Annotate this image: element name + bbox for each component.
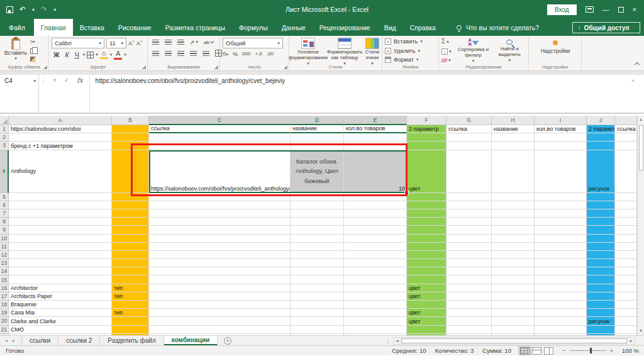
underline-button[interactable]: Ч (73, 50, 81, 60)
minimize-button[interactable]: — (602, 6, 609, 13)
cell-J5[interactable] (587, 193, 615, 201)
cell-A3[interactable]: бренд с +1 параметром (9, 142, 112, 150)
cell-C3[interactable] (149, 142, 291, 150)
cell-J2[interactable] (587, 133, 615, 142)
cell-H11[interactable] (492, 243, 535, 251)
cell-B1[interactable] (112, 125, 149, 133)
cell-I16[interactable] (535, 284, 587, 292)
column-header-C[interactable]: C (149, 116, 291, 125)
cell-K19[interactable] (615, 309, 637, 317)
cell-J19[interactable] (587, 309, 615, 317)
alignment-dialog-launcher-icon[interactable] (214, 65, 218, 69)
cell-K3[interactable] (615, 142, 637, 150)
cell-F20[interactable]: цвет (407, 317, 447, 325)
row-header-17[interactable]: 17 (0, 292, 9, 301)
cell-J14[interactable] (587, 267, 615, 275)
cell-D15[interactable] (291, 275, 344, 284)
cell-B15[interactable] (112, 275, 149, 284)
cell-E5[interactable] (344, 193, 407, 201)
cell-J9[interactable] (587, 226, 615, 234)
format-as-table-button[interactable]: Форматировать как таблицу ▾ (327, 38, 362, 66)
cell-I14[interactable] (535, 267, 587, 275)
cell-B20[interactable] (112, 317, 149, 325)
cell-A17[interactable]: Architects Paper (9, 292, 112, 301)
wrap-text-button[interactable]: ab↵ (202, 38, 217, 47)
cell-H1[interactable]: название (492, 125, 535, 133)
cell-J11[interactable] (587, 243, 615, 251)
cell-A4[interactable]: Anthology (9, 150, 112, 193)
cell-C5[interactable] (149, 193, 291, 201)
clear-button[interactable]: ▾ (441, 58, 452, 62)
column-header-K[interactable] (615, 116, 637, 125)
scroll-right-icon[interactable]: ► (628, 339, 635, 343)
row-header-19[interactable]: 19 (0, 309, 9, 317)
cell-H5[interactable] (492, 193, 535, 201)
cell-E2[interactable] (344, 133, 407, 142)
ribbon-tab-Рецензирование[interactable]: Рецензирование (313, 19, 377, 36)
cell-G4[interactable] (447, 150, 492, 193)
number-format-select[interactable]: Общий▾ (223, 38, 283, 48)
cell-B19[interactable]: тип (112, 309, 149, 317)
cell-K6[interactable] (615, 201, 637, 209)
cell-K15[interactable] (615, 275, 637, 284)
cell-F9[interactable] (407, 226, 447, 234)
cell-D19[interactable] (291, 309, 344, 317)
cell-H3[interactable] (492, 142, 535, 150)
cell-B12[interactable] (112, 251, 149, 259)
collapse-ribbon-icon[interactable] (635, 62, 640, 67)
cell-I5[interactable] (535, 193, 587, 201)
row-header-21[interactable]: 21 (0, 326, 9, 334)
cell-C16[interactable] (149, 284, 291, 292)
cell-B10[interactable] (112, 235, 149, 243)
cell-A8[interactable] (9, 218, 112, 226)
decrease-decimal-button[interactable]: ,00 (267, 51, 274, 57)
cell-B6[interactable] (112, 201, 149, 209)
cell-K20[interactable] (615, 317, 637, 325)
cell-I2[interactable] (535, 133, 587, 142)
font-name-select[interactable]: Calibri▾ (52, 38, 104, 48)
cell-D1[interactable]: название (291, 125, 344, 133)
sheet-tab-ссылки 2[interactable]: ссылки 2 (58, 336, 100, 345)
thousands-button[interactable]: 000 (242, 51, 250, 57)
cell-F10[interactable] (407, 235, 447, 243)
cell-D18[interactable] (291, 301, 344, 309)
cell-D5[interactable] (291, 193, 344, 201)
sheet-tab-ссылки[interactable]: ссылки (21, 336, 58, 345)
cell-F18[interactable] (407, 301, 447, 309)
cell-K21[interactable] (615, 326, 637, 334)
font-color-button[interactable]: А (114, 50, 122, 60)
cell-G7[interactable] (447, 209, 492, 218)
cell-H14[interactable] (492, 267, 535, 275)
delete-cells-button[interactable]: ×Удалить▾ (385, 48, 423, 54)
cell-C4[interactable]: https://salonoboev.com/oboi/fvs/proizvod… (149, 150, 291, 193)
cell-A11[interactable] (9, 243, 112, 251)
cell-J17[interactable] (587, 292, 615, 301)
cell-A5[interactable] (9, 193, 112, 201)
cell-C7[interactable] (149, 209, 291, 218)
cell-E6[interactable] (344, 201, 407, 209)
cell-A21[interactable]: CMO (9, 326, 112, 334)
cell-B13[interactable] (112, 259, 149, 267)
cell-B21[interactable] (112, 326, 149, 334)
ribbon-tab-Разметка страницы[interactable]: Разметка страницы (158, 19, 232, 36)
cell-D9[interactable] (291, 226, 344, 234)
cell-D17[interactable] (291, 292, 344, 301)
currency-button[interactable]: ¤▾ (223, 50, 228, 57)
row-header-11[interactable]: 11 (0, 243, 9, 251)
cell-C2[interactable] (149, 133, 291, 142)
cell-E20[interactable] (344, 317, 407, 325)
cell-K1[interactable]: ссылка (615, 125, 637, 133)
cell-F16[interactable]: цвет (407, 284, 447, 292)
autosum-button[interactable]: Σ▾ (441, 38, 452, 45)
borders-button[interactable] (87, 52, 94, 58)
cell-F17[interactable]: цвет (407, 292, 447, 301)
tell-me-box[interactable]: Что вы хотите сделать? (457, 19, 539, 36)
column-header-J[interactable]: J (587, 116, 615, 125)
cell-H6[interactable] (492, 201, 535, 209)
cell-D16[interactable] (291, 284, 344, 292)
sheet-nav-left-icon[interactable]: ◂ (5, 338, 8, 343)
cell-H4[interactable] (492, 150, 535, 193)
scroll-left-icon[interactable]: ◄ (394, 339, 401, 343)
cancel-entry-button[interactable]: × (49, 77, 60, 84)
cell-A1[interactable]: https://salonoboev.com/oboi (9, 125, 112, 133)
